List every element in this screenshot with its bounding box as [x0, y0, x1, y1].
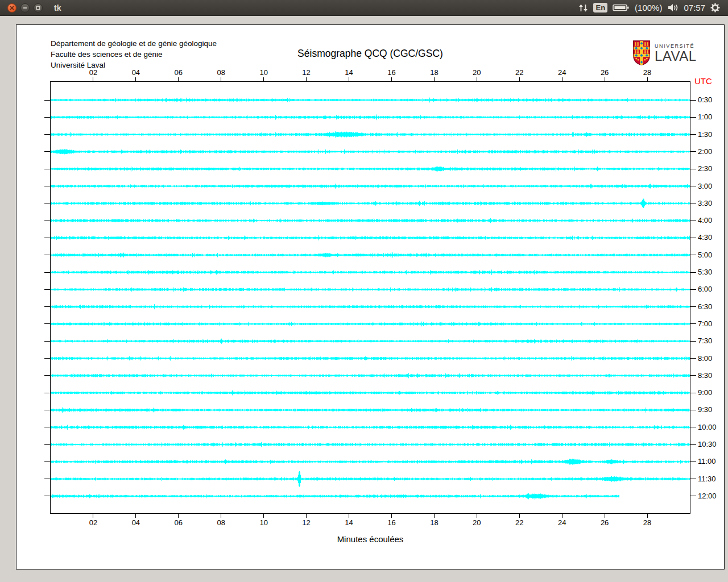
- close-button[interactable]: [7, 3, 16, 13]
- utc-row-label: 0:30: [698, 95, 712, 105]
- row-tick-mark-right: [690, 341, 696, 342]
- maximize-button[interactable]: [34, 3, 43, 13]
- utc-row-label: 10:00: [698, 423, 717, 432]
- x-tick-mark-top: [306, 77, 307, 81]
- x-tick-label-bottom: 02: [85, 518, 102, 527]
- panel-indicators: En (100%) 07:57: [578, 3, 720, 13]
- x-tick-label-bottom: 08: [213, 518, 230, 527]
- x-tick-label-top: 22: [511, 68, 528, 77]
- row-tick-mark-left: [44, 272, 50, 273]
- utc-row-label: 2:00: [698, 147, 712, 156]
- row-tick-mark-left: [44, 323, 50, 324]
- text-arrows-icon[interactable]: [578, 3, 588, 13]
- row-tick-mark-left: [44, 427, 50, 427]
- utc-row-label: 6:00: [698, 285, 712, 294]
- utc-row-label: 4:00: [698, 216, 712, 225]
- row-tick-mark-right: [690, 238, 696, 238]
- x-tick-mark-top: [263, 77, 264, 81]
- keyboard-layout-indicator[interactable]: En: [593, 3, 607, 13]
- x-tick-label-top: 04: [127, 68, 144, 77]
- row-tick-mark-right: [690, 479, 696, 479]
- x-tick-label-bottom: 24: [553, 518, 570, 527]
- row-tick-mark-left: [44, 255, 50, 255]
- gear-icon[interactable]: [710, 3, 720, 13]
- utc-row-label: 9:00: [698, 388, 712, 397]
- x-tick-mark-top: [349, 77, 349, 81]
- row-tick-mark-left: [44, 358, 50, 359]
- row-tick-mark-left: [44, 393, 50, 393]
- utc-row-label: 5:30: [698, 268, 712, 277]
- row-tick-mark-right: [690, 255, 696, 255]
- row-tick-mark-right: [690, 289, 696, 290]
- x-tick-mark-bottom: [647, 514, 648, 518]
- row-tick-mark-right: [690, 410, 696, 410]
- utc-row-label: 8:30: [698, 371, 712, 380]
- row-tick-mark-right: [690, 117, 696, 118]
- volume-icon[interactable]: [667, 3, 679, 12]
- x-tick-mark-bottom: [263, 514, 264, 518]
- maximize-icon: [36, 6, 40, 10]
- x-tick-mark-bottom: [391, 514, 392, 518]
- minimize-icon: [23, 6, 27, 10]
- row-tick-mark-right: [690, 375, 696, 376]
- x-tick-mark-top: [647, 77, 648, 81]
- x-tick-label-top: 26: [596, 68, 613, 77]
- chart-title: Séismographe QCQ (CGC/GSC): [50, 48, 690, 60]
- row-tick-mark-left: [44, 151, 50, 152]
- row-tick-mark-right: [690, 323, 696, 324]
- utc-row-label: 11:00: [698, 457, 716, 466]
- window-title: tk: [54, 3, 61, 13]
- utc-row-label: 4:30: [698, 233, 712, 242]
- x-tick-mark-bottom: [477, 514, 477, 518]
- row-tick-mark-right: [690, 496, 696, 496]
- x-axis-title: Minutes écoulées: [50, 534, 690, 544]
- x-tick-label-bottom: 06: [170, 518, 187, 527]
- utc-row-label: 7:30: [698, 336, 712, 346]
- row-tick-mark-left: [44, 134, 50, 135]
- row-tick-mark-right: [690, 151, 696, 152]
- row-tick-mark-right: [690, 427, 696, 427]
- x-tick-label-top: 18: [425, 68, 442, 77]
- utc-row-label: 11:30: [698, 475, 716, 484]
- x-tick-label-bottom: 18: [425, 518, 442, 527]
- row-tick-mark-right: [690, 306, 696, 307]
- x-tick-label-top: 02: [85, 68, 102, 77]
- utc-row-label: 12:00: [698, 492, 717, 501]
- utc-axis-title: UTC: [694, 76, 712, 86]
- x-tick-mark-top: [477, 77, 477, 81]
- x-tick-mark-bottom: [519, 514, 520, 518]
- row-tick-mark-right: [690, 393, 696, 393]
- x-tick-label-top: 28: [639, 68, 656, 77]
- row-tick-mark-left: [44, 496, 50, 496]
- x-tick-mark-top: [562, 77, 562, 81]
- desktop: { "taskbar": { "window_title": "tk", "ke…: [0, 0, 728, 582]
- row-tick-mark-left: [44, 186, 50, 186]
- x-tick-label-bottom: 16: [383, 518, 400, 527]
- row-tick-mark-right: [690, 358, 696, 359]
- utc-row-label: 2:30: [698, 164, 712, 173]
- row-tick-mark-right: [690, 272, 696, 273]
- row-tick-mark-left: [44, 444, 50, 445]
- logo-text-laval: LAVAL: [655, 48, 697, 64]
- row-tick-mark-right: [690, 444, 696, 445]
- clock[interactable]: 07:57: [684, 3, 705, 13]
- row-tick-mark-right: [690, 186, 696, 186]
- row-tick-mark-right: [690, 169, 696, 169]
- x-tick-label-top: 14: [341, 68, 358, 77]
- row-tick-mark-left: [44, 289, 50, 290]
- x-tick-mark-bottom: [605, 514, 605, 518]
- row-tick-mark-right: [690, 134, 696, 135]
- x-tick-label-top: 08: [213, 68, 230, 77]
- utc-row-label: 6:30: [698, 302, 712, 311]
- battery-icon[interactable]: [613, 3, 630, 12]
- x-tick-label-bottom: 26: [596, 518, 613, 527]
- x-tick-mark-top: [221, 77, 221, 81]
- row-tick-mark-right: [690, 100, 696, 101]
- minimize-button[interactable]: [20, 3, 30, 13]
- row-tick-mark-left: [44, 100, 50, 101]
- x-tick-label-top: 06: [170, 68, 187, 77]
- x-tick-mark-top: [605, 77, 605, 81]
- utc-row-label: 5:00: [698, 251, 712, 260]
- row-tick-mark-left: [44, 117, 50, 118]
- x-tick-label-bottom: 12: [298, 518, 315, 527]
